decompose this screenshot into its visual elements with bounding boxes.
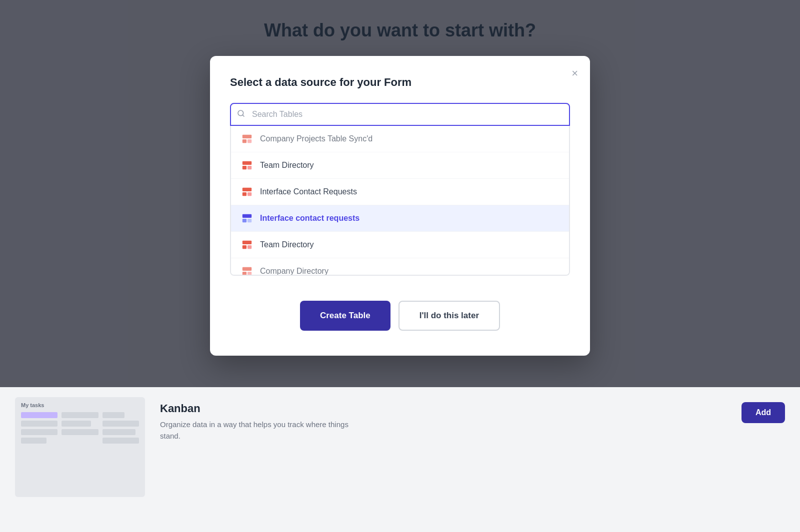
kanban-preview-label: My tasks: [21, 402, 44, 408]
table-list-item[interactable]: Team Directory: [231, 152, 569, 179]
svg-rect-3: [242, 139, 246, 143]
svg-rect-13: [248, 219, 252, 222]
svg-line-1: [242, 115, 244, 116]
table-list-item[interactable]: Interface contact requests: [231, 205, 569, 232]
table-item-name: Team Directory: [260, 240, 314, 249]
svg-rect-4: [248, 139, 252, 143]
kanban-info: Kanban Organize data in a way that helps…: [160, 397, 360, 442]
add-button[interactable]: Add: [742, 402, 785, 423]
svg-rect-17: [242, 267, 252, 271]
svg-rect-16: [248, 245, 252, 249]
table-list: Company Projects Table Sync'd Team Direc…: [230, 126, 570, 276]
table-icon: [241, 212, 253, 224]
table-item-name: Interface Contact Requests: [260, 187, 357, 196]
svg-rect-9: [242, 192, 246, 196]
search-container: [230, 103, 570, 126]
do-later-button[interactable]: I'll do this later: [398, 301, 500, 331]
modal-buttons: Create Table I'll do this later: [230, 301, 570, 331]
svg-rect-19: [248, 272, 252, 275]
svg-rect-10: [248, 192, 252, 196]
table-list-item[interactable]: Company Directory: [231, 258, 569, 276]
table-icon: [241, 159, 253, 171]
kanban-title: Kanban: [160, 402, 360, 415]
table-item-name: Company Projects Table Sync'd: [260, 134, 372, 143]
kanban-preview: My tasks: [15, 397, 145, 497]
search-input[interactable]: [230, 103, 570, 126]
close-button[interactable]: ×: [570, 66, 580, 81]
svg-rect-2: [242, 135, 252, 138]
svg-rect-12: [242, 219, 246, 222]
modal-title: Select a data source for your Form: [230, 76, 570, 89]
table-item-name: Team Directory: [260, 161, 314, 170]
table-list-item[interactable]: Company Projects Table Sync'd: [231, 126, 569, 152]
table-list-item[interactable]: Interface Contact Requests: [231, 179, 569, 205]
svg-rect-14: [242, 241, 252, 244]
svg-rect-6: [242, 166, 246, 169]
page-title: What do you want to start with?: [264, 20, 536, 41]
table-item-name: Company Directory: [260, 267, 328, 276]
table-icon: [241, 186, 253, 198]
svg-rect-18: [242, 272, 246, 275]
svg-rect-8: [242, 188, 252, 191]
table-list-item[interactable]: Team Directory: [231, 232, 569, 258]
svg-rect-11: [242, 214, 252, 218]
bottom-strip: My tasks Kanban Organize data in a: [0, 387, 800, 532]
svg-rect-15: [242, 245, 246, 249]
search-icon: [237, 109, 245, 119]
table-icon: [241, 265, 253, 276]
table-item-name: Interface contact requests: [260, 214, 360, 223]
svg-rect-7: [248, 166, 252, 169]
create-table-button[interactable]: Create Table: [300, 301, 390, 331]
modal: × Select a data source for your Form Com…: [210, 56, 590, 356]
kanban-description: Organize data in a way that helps you tr…: [160, 419, 360, 442]
svg-rect-5: [242, 161, 252, 165]
table-icon: [241, 239, 253, 251]
table-icon: [241, 133, 253, 145]
